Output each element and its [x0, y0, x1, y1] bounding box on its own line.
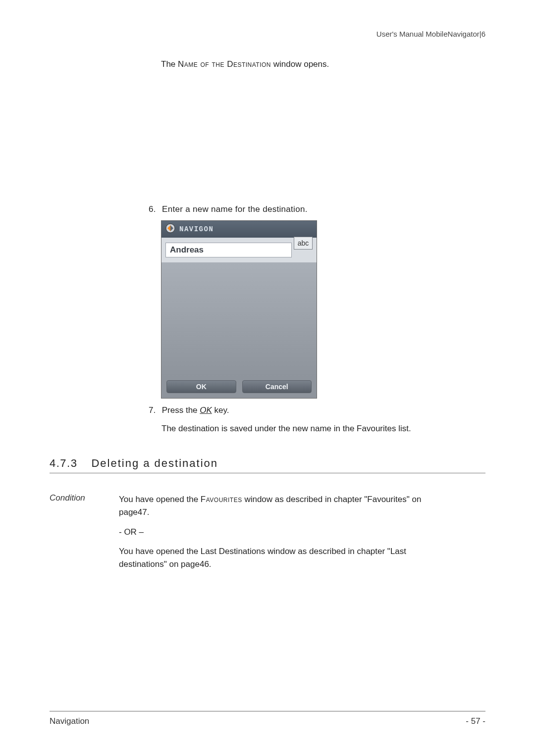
navigon-logo-icon	[165, 223, 175, 235]
footer-left: Navigation	[50, 716, 89, 726]
cancel-button-label: Cancel	[266, 383, 288, 391]
section-title: Deleting a destination	[91, 457, 218, 470]
page-footer: Navigation - 57 -	[50, 711, 485, 726]
section-number: 4.7.3	[50, 457, 77, 470]
step-6-text: Enter a new name for the destination.	[162, 204, 308, 214]
footer-page-number: - 57 -	[466, 716, 485, 726]
step-7-number: 7.	[149, 405, 160, 415]
device-middle-area	[161, 262, 317, 376]
condition-2: You have opened the Last Destinations wi…	[119, 545, 436, 571]
condition-label: Condition	[50, 493, 119, 519]
page-header-right: User's Manual MobileNavigator|6	[50, 30, 485, 38]
device-screenshot: NAVIGON Andreas abc OK Cancel	[161, 220, 317, 399]
saved-confirmation: The destination is saved under the new n…	[161, 422, 483, 435]
figure-placeholder	[50, 71, 485, 200]
intro-sentence: The Name of the Destination window opens…	[161, 58, 485, 71]
favourites-smallcaps: Favourites	[357, 424, 396, 433]
condition-1-prefix: You have opened the	[119, 495, 201, 504]
device-button-row: OK Cancel	[161, 376, 317, 398]
section-heading: 4.7.3 Deleting a destination	[50, 457, 485, 473]
ok-key-reference: OK	[200, 405, 212, 415]
device-input-row: Andreas abc	[161, 238, 317, 262]
saved-suffix: list.	[396, 424, 411, 433]
destination-name-value: Andreas	[170, 245, 204, 255]
condition-2-smallcaps: Last Destinations	[201, 547, 265, 556]
step-7-suffix: key.	[212, 405, 229, 415]
saved-prefix: The destination is saved under the new n…	[161, 424, 357, 433]
ok-button[interactable]: OK	[166, 380, 236, 393]
condition-or: - OR –	[119, 527, 485, 537]
condition-1: You have opened the Favourites window as…	[119, 493, 436, 519]
ok-button-label: OK	[196, 383, 207, 391]
device-titlebar: NAVIGON	[161, 221, 317, 238]
step-7-prefix: Press the	[162, 405, 200, 415]
step-6-number: 6.	[149, 204, 160, 214]
document-page: User's Manual MobileNavigator|6 The Name…	[0, 0, 535, 756]
condition-2-prefix: You have opened the	[119, 547, 201, 556]
step-6: 6. Enter a new name for the destination.	[149, 204, 485, 214]
intro-prefix: The	[161, 59, 178, 69]
device-frame: NAVIGON Andreas abc OK Cancel	[161, 220, 317, 399]
keyboard-mode-label: abc	[298, 239, 309, 247]
condition-block: Condition You have opened the Favourites…	[50, 493, 485, 519]
destination-name-input[interactable]: Andreas	[165, 243, 292, 257]
step-7: 7. Press the OK key.	[149, 405, 485, 415]
condition-1-smallcaps: Favourites	[201, 495, 242, 504]
intro-window-name: Name of the Destination	[178, 59, 271, 69]
keyboard-mode-button[interactable]: abc	[294, 237, 313, 250]
intro-suffix: window opens.	[271, 59, 329, 69]
cancel-button[interactable]: Cancel	[242, 380, 312, 393]
device-brand-label: NAVIGON	[179, 225, 214, 233]
